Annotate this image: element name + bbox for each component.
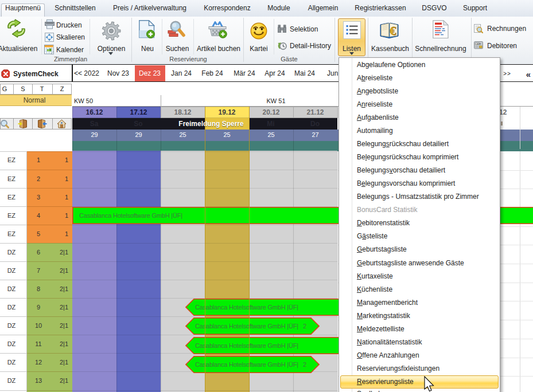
svg-text:Casablanca Hotelsoftware GmbH: Casablanca Hotelsoftware GmbH |ÜF| — [195, 361, 298, 368]
svg-text:Casablanca Hotelsoftware GmbH: Casablanca Hotelsoftware GmbH |ÜF| — [195, 323, 298, 330]
svg-text:Casablanca Hotelsoftware GmbH: Casablanca Hotelsoftware GmbH |ÜF| — [195, 342, 298, 349]
svg-text:€: € — [390, 23, 396, 38]
svg-text:CASH: CASH — [476, 43, 481, 45]
svg-text:2: 2 — [303, 361, 306, 368]
svg-text:Casablanca Hotelsoftware GmbH: Casablanca Hotelsoftware GmbH |ÜF| — [79, 212, 182, 219]
svg-text:2: 2 — [303, 323, 306, 330]
svg-text:Casablanca Hotelsoftware GmbH: Casablanca Hotelsoftware GmbH |ÜF| — [195, 304, 298, 311]
